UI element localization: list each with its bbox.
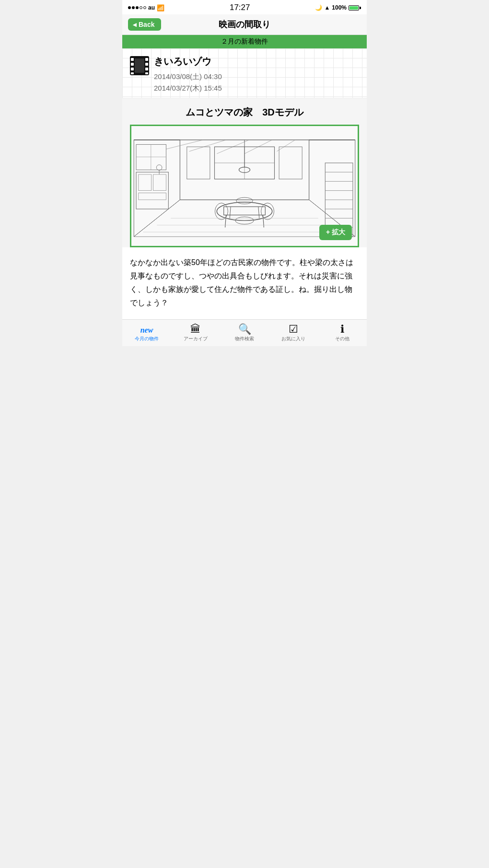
back-button[interactable]: Back	[128, 18, 161, 31]
svg-marker-12	[134, 140, 180, 237]
movie-date-1: 2014/03/08(土) 04:30	[154, 71, 222, 82]
svg-rect-9	[135, 58, 144, 73]
svg-point-29	[236, 197, 253, 204]
svg-rect-2	[131, 63, 134, 66]
signal-dot-1	[128, 6, 131, 9]
svg-rect-5	[145, 58, 148, 61]
clock: 17:27	[230, 3, 250, 12]
svg-rect-7	[145, 68, 148, 70]
battery-percent: 100%	[332, 4, 347, 11]
movie-date-2: 2014/03/27(木) 15:45	[154, 82, 222, 94]
location-icon: ▲	[324, 4, 330, 11]
page-title: 映画の間取り	[219, 19, 270, 30]
tab-other-label: その他	[335, 336, 349, 342]
tab-new-label: 今月の物件	[135, 336, 159, 342]
svg-point-57	[156, 165, 162, 171]
svg-rect-1	[131, 58, 134, 61]
svg-line-18	[189, 140, 226, 151]
new-listings-banner: ２月の新着物件	[122, 35, 367, 48]
movie-title: きいろいゾウ	[154, 55, 222, 68]
model-image-container: + 拡大	[130, 125, 359, 247]
expand-button[interactable]: + 拡大	[319, 225, 352, 240]
svg-line-21	[277, 140, 295, 151]
svg-rect-6	[145, 63, 148, 66]
svg-rect-43	[279, 147, 302, 179]
status-bar: au 📶 17:27 🌙 ▲ 100%	[122, 0, 367, 14]
svg-line-25	[263, 215, 264, 228]
description-text: なかなか出ない築50年ほどの古民家の物件です。柱や梁の太さは見事なものですし、つ…	[122, 247, 367, 319]
svg-rect-33	[139, 174, 151, 191]
tab-archive-label: アーカイブ	[184, 336, 208, 342]
svg-rect-34	[153, 174, 166, 191]
tab-search-label: 物件検索	[235, 336, 254, 342]
signal-dot-5	[143, 6, 146, 9]
nav-bar: Back 映画の間取り	[122, 14, 367, 35]
building-icon: 🏛	[190, 324, 201, 335]
tab-favorites[interactable]: ☑ お気に入り	[269, 320, 318, 346]
main-content: きいろいゾウ 2014/03/08(土) 04:30 2014/03/27(木)…	[122, 48, 367, 319]
svg-rect-39	[187, 147, 210, 179]
status-right: 🌙 ▲ 100%	[315, 4, 361, 11]
tab-other[interactable]: ℹ その他	[318, 320, 367, 346]
movie-dates: 2014/03/08(土) 04:30 2014/03/27(木) 15:45	[154, 71, 222, 94]
svg-line-24	[225, 215, 226, 228]
svg-rect-35	[139, 193, 166, 199]
movie-header: きいろいゾウ 2014/03/08(土) 04:30 2014/03/27(木)…	[122, 48, 367, 98]
model-section: ムコとツマの家 3Dモデル	[122, 98, 367, 247]
carrier-label: au	[148, 4, 155, 11]
signal-dot-2	[132, 6, 135, 9]
model-title: ムコとツマの家 3Dモデル	[130, 106, 359, 119]
svg-rect-3	[131, 68, 134, 70]
wifi-icon: 📶	[157, 4, 164, 12]
film-icon	[130, 56, 149, 75]
moon-icon: 🌙	[315, 4, 322, 11]
movie-info: きいろいゾウ 2014/03/08(土) 04:30 2014/03/27(木)…	[154, 55, 222, 94]
tab-new[interactable]: new 今月の物件	[122, 320, 171, 346]
svg-line-27	[258, 207, 259, 218]
search-icon: 🔍	[238, 324, 251, 335]
svg-marker-13	[309, 140, 355, 237]
status-left: au 📶	[128, 4, 164, 12]
tab-favorites-label: お気に入り	[281, 336, 305, 342]
tab-archive[interactable]: 🏛 アーカイブ	[171, 320, 220, 346]
signal-dot-4	[140, 6, 142, 9]
battery-icon	[349, 5, 361, 11]
new-icon: new	[140, 324, 153, 335]
signal-dot-3	[136, 6, 139, 9]
svg-rect-4	[131, 72, 134, 74]
tab-bar: new 今月の物件 🏛 アーカイブ 🔍 物件検索 ☑ お気に入り ℹ その他	[122, 319, 367, 346]
svg-rect-8	[145, 72, 148, 74]
svg-line-26	[230, 207, 231, 218]
svg-point-22	[217, 202, 272, 220]
tab-search[interactable]: 🔍 物件検索	[220, 320, 269, 346]
info-icon: ℹ	[340, 324, 344, 335]
svg-line-17	[166, 140, 203, 149]
check-icon: ☑	[289, 324, 298, 335]
